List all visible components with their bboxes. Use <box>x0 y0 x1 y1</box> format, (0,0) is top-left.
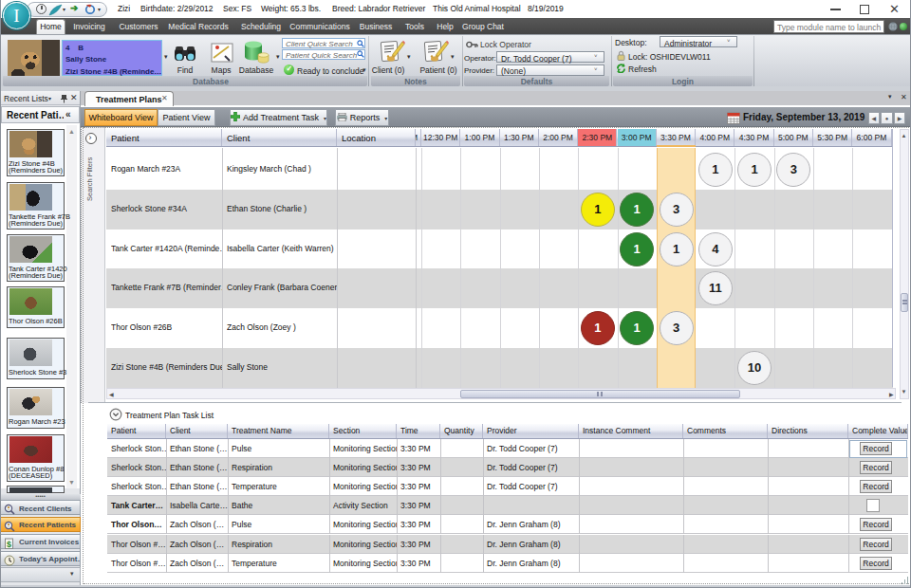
svg-text:$: $ <box>7 539 11 548</box>
